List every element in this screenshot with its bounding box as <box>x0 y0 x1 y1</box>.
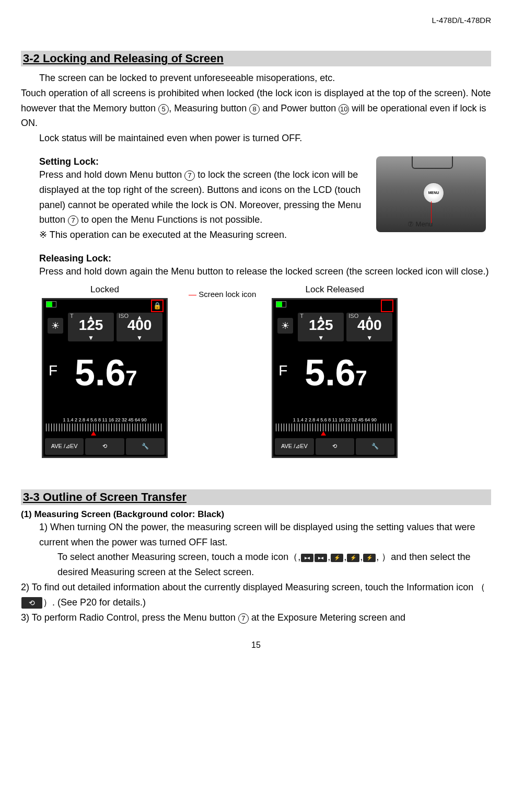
s33-b1sub: To select another Measuring screen, touc… <box>57 550 491 580</box>
t-value-box: ▲ T 125 ▼ <box>298 313 344 341</box>
s33-sub1: (1) Measuring Screen (Background color: … <box>21 509 491 520</box>
mode-icon-4: ⚡ <box>347 554 359 562</box>
scale-numbers: 1 1.4 2 2.8 4 5.6 8 11 16 22 32 45 64 90 <box>63 417 146 422</box>
battery-icon <box>46 301 56 307</box>
circled-7-a: 7 <box>184 170 195 181</box>
circled-8: 8 <box>249 104 260 115</box>
f-main: 5.6 <box>75 352 125 393</box>
lock-icon: 🔒 <box>153 302 161 310</box>
f-sub: 7 <box>356 367 367 390</box>
circled-10: 10 <box>339 104 349 115</box>
s32-p2: Touch operation of all screens is prohib… <box>21 86 491 131</box>
arrow-up-icon: ▲ <box>88 314 94 321</box>
caption-locked: Locked <box>42 284 168 295</box>
arrow-down-icon: ▼ <box>88 334 94 341</box>
device-image: MENU ⑦ Menu <box>376 156 486 232</box>
f-label: F <box>278 362 287 379</box>
arrow-down-icon: ▼ <box>136 334 143 341</box>
wrench-button: 🔧 <box>356 438 394 455</box>
lock-icon-highlight: 🔒 <box>151 300 164 312</box>
battery-icon <box>276 301 286 307</box>
section-3-2-title: 3-2 Locking and Releasing of Screen <box>21 51 491 66</box>
wrench-button: 🔧 <box>126 438 165 455</box>
lcd-locked: 🔒 ☀ ▲ T 125 ▼ ▲ ISO 400 ▼ F 5.67 1 1.4 2… <box>42 298 168 458</box>
figure-released: Lock Released ☀ ▲ T 125 ▼ ▲ ISO 400 ▼ F … <box>272 284 398 458</box>
b1sub-d: , <box>360 552 363 562</box>
f-sub: 7 <box>125 367 137 390</box>
section-3-3-title: 3-3 Outline of Screen Transfer <box>21 489 491 505</box>
circled-5: 5 <box>158 104 169 115</box>
info-button: ⟲ <box>316 438 354 455</box>
arrow-up-icon: ▲ <box>318 314 324 321</box>
b1sub-b: , <box>328 552 330 562</box>
setting-lock-text: Press and hold down Menu button 7 to loc… <box>39 167 371 227</box>
iso-value-box: ▲ ISO 400 ▼ <box>117 313 162 341</box>
s32-p2b: , Measuring button <box>169 103 249 113</box>
f-value: 5.67 <box>75 352 137 394</box>
info-button: ⟲ <box>85 438 124 455</box>
caption-released: Lock Released <box>272 284 398 295</box>
ave-ev-button: AVE /⊿EV <box>45 438 84 455</box>
s33-b1: 1) When turning ON the power, the measur… <box>39 520 491 550</box>
mode-icon-1: ▸◂ <box>301 554 313 562</box>
s33-b3: 3) To perform Radio Control, press the M… <box>21 610 491 625</box>
f-label: F <box>49 362 57 379</box>
arrow-down-icon: ▼ <box>318 334 324 341</box>
setting-lock-heading: Setting Lock: <box>39 156 371 167</box>
sun-mode-icon: ☀ <box>277 318 293 334</box>
ave-ev-button: AVE /⊿EV <box>275 438 313 455</box>
device-top-outline <box>412 156 453 169</box>
information-icon: ⟲ <box>21 597 42 609</box>
menu-button-icon: MENU <box>423 182 444 203</box>
device-menu-label: ⑦ Menu <box>408 220 433 228</box>
b2a: 2) To find out detailed information abou… <box>21 582 485 592</box>
annotation-text: Screen lock icon <box>199 290 256 299</box>
arrow-up-icon: ▲ <box>136 314 143 321</box>
s32-p1: The screen can be locked to prevent unfo… <box>39 71 491 86</box>
page-header-model: L-478D/L-478DR <box>21 16 491 25</box>
s32-p2c: and Power button <box>260 103 339 113</box>
b3a: 3) To perform Radio Control, press the M… <box>21 612 238 623</box>
mode-icon-5: ⚡ <box>363 554 376 562</box>
aperture-scale: 1 1.4 2 2.8 4 5.6 8 11 16 22 32 45 64 90 <box>46 417 164 431</box>
b1sub-a: To select another Measuring screen, touc… <box>57 552 300 562</box>
sun-mode-icon: ☀ <box>48 318 63 334</box>
mode-icon-3: ⚡ <box>331 554 343 562</box>
circled-7-b: 7 <box>68 215 78 226</box>
lock-icon-empty-highlight <box>381 300 393 312</box>
aperture-scale: 1 1.4 2 2.8 4 5.6 8 11 16 22 32 45 64 90 <box>276 417 393 431</box>
t-value-box: ▲ T 125 ▼ <box>68 313 114 341</box>
figure-locked: Locked 🔒 ☀ ▲ T 125 ▼ ▲ ISO 400 ▼ F 5.67 <box>42 284 168 458</box>
circled-7-c: 7 <box>238 613 249 624</box>
s32-p3: Lock status will be maintained even when… <box>39 131 491 146</box>
arrow-down-icon: ▼ <box>366 334 373 341</box>
b3b: at the Exposure Metering screen and <box>249 612 405 623</box>
mode-icon-2: ▸◂ <box>315 554 327 562</box>
b1sub-c: , <box>344 552 346 562</box>
lcd-released: ☀ ▲ T 125 ▼ ▲ ISO 400 ▼ F 5.67 1 1.4 2 2… <box>272 298 398 458</box>
f-value: 5.67 <box>305 352 367 394</box>
releasing-lock-text: Press and hold down again the Menu butto… <box>39 264 491 279</box>
sl1c: to open the Menu Functions is not possib… <box>78 214 262 225</box>
arrow-up-icon: ▲ <box>366 314 373 321</box>
page-number: 15 <box>21 641 491 650</box>
scale-marker-icon <box>91 431 96 436</box>
b2b: ）. (See P20 for details.) <box>43 597 146 608</box>
sl1a: Press and hold down Menu button <box>39 169 184 180</box>
releasing-lock-heading: Releasing Lock: <box>39 253 491 264</box>
iso-value-box: ▲ ISO 400 ▼ <box>346 313 392 341</box>
setting-lock-note: ※ This operation can be executed at the … <box>39 227 371 243</box>
f-main: 5.6 <box>305 352 355 393</box>
lock-icon-annotation: — Screen lock icon <box>189 290 256 458</box>
scale-numbers: 1 1.4 2 2.8 4 5.6 8 11 16 22 32 45 64 90 <box>293 417 377 422</box>
s33-b2: 2) To find out detailed information abou… <box>21 580 491 610</box>
scale-marker-icon <box>321 431 326 436</box>
